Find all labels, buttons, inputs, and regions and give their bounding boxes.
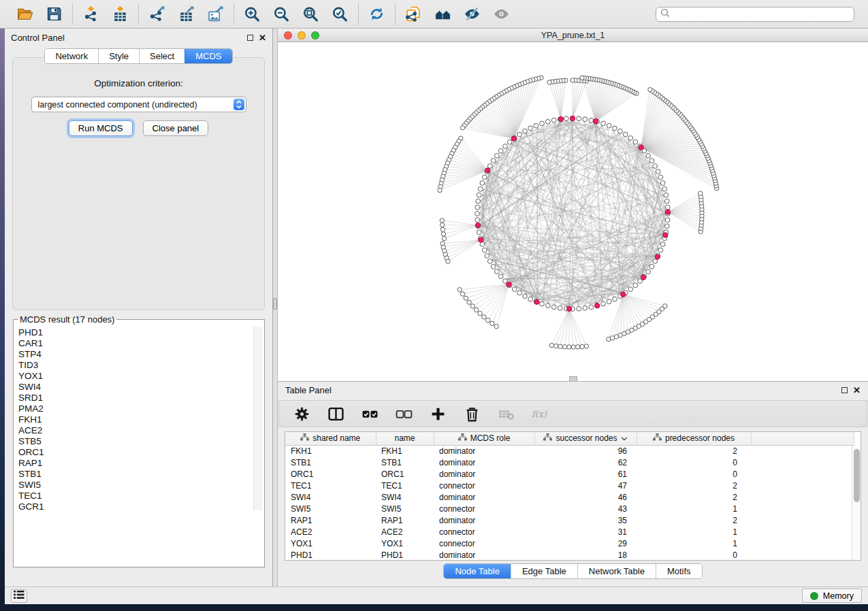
mcds-result-item[interactable]: FKH1 <box>18 414 264 425</box>
search-input[interactable] <box>673 10 850 19</box>
cell-successor-nodes[interactable]: 46 <box>534 491 637 503</box>
cell-shared-name[interactable]: SWI5 <box>285 503 376 514</box>
mcds-result-item[interactable]: RAP1 <box>18 458 264 469</box>
network-window-titlebar[interactable]: YPA_prune.txt_1 <box>278 29 868 42</box>
tab-node-table[interactable]: Node Table <box>444 564 511 578</box>
cell-[interactable] <box>751 538 854 549</box>
cell-shared-name[interactable]: SWI4 <box>285 491 376 503</box>
cell-predecessor-nodes[interactable]: 1 <box>637 503 751 514</box>
cell-MCDS-role[interactable]: connector <box>434 480 534 491</box>
cell-predecessor-nodes[interactable]: 2 <box>637 491 751 503</box>
cell-predecessor-nodes[interactable]: 0 <box>637 549 751 561</box>
table-row[interactable]: TEC1TEC1connector472 <box>285 480 854 491</box>
table-row[interactable]: RAP1RAP1dominator352 <box>285 514 854 526</box>
zoom-in-icon[interactable] <box>243 5 261 23</box>
cell-name[interactable]: STB1 <box>376 457 434 468</box>
cell-name[interactable]: ACE2 <box>376 526 434 538</box>
column-header-successor-nodes[interactable]: successor nodes <box>534 432 637 445</box>
cell-[interactable] <box>751 503 854 514</box>
hide-selected-icon[interactable] <box>463 5 481 23</box>
columns-icon[interactable] <box>327 405 344 423</box>
table-scrollbar-thumb[interactable] <box>854 449 860 502</box>
column-header-shared-name[interactable]: shared name <box>285 432 376 445</box>
cell-[interactable] <box>751 457 854 468</box>
cell-shared-name[interactable]: RAP1 <box>285 514 376 526</box>
cell-[interactable] <box>751 514 854 526</box>
mcds-result-item[interactable]: YOX1 <box>18 371 264 382</box>
select-all-icon[interactable] <box>361 405 379 423</box>
add-icon[interactable] <box>429 405 447 423</box>
close-table-panel-button[interactable]: ✕ <box>853 387 861 393</box>
cell-MCDS-role[interactable]: connector <box>434 503 534 514</box>
table-row[interactable]: FKH1FKH1dominator962 <box>285 445 854 457</box>
cell-successor-nodes[interactable]: 35 <box>534 514 637 526</box>
cell-MCDS-role[interactable]: connector <box>434 538 534 549</box>
cell-predecessor-nodes[interactable]: 1 <box>637 526 751 538</box>
tab-select[interactable]: Select <box>139 49 184 63</box>
cell-MCDS-role[interactable]: dominator <box>434 514 534 526</box>
cell-[interactable] <box>751 491 854 503</box>
tab-network-table[interactable]: Network Table <box>577 564 656 578</box>
cell-MCDS-role[interactable]: dominator <box>434 491 534 503</box>
cell-MCDS-role[interactable]: dominator <box>434 549 534 561</box>
cell-name[interactable]: ORC1 <box>376 468 434 480</box>
maximize-window-button[interactable] <box>311 31 319 39</box>
cell-successor-nodes[interactable]: 96 <box>534 445 637 457</box>
cell-MCDS-role[interactable]: connector <box>434 526 534 538</box>
import-network-icon[interactable] <box>82 5 100 23</box>
cell-predecessor-nodes[interactable]: 0 <box>637 468 751 480</box>
delete-icon[interactable] <box>463 405 481 423</box>
mcds-list-scrollbar[interactable] <box>253 327 262 510</box>
cell-predecessor-nodes[interactable]: 2 <box>637 514 751 526</box>
zoom-fit-icon[interactable] <box>302 5 320 23</box>
cell-MCDS-role[interactable]: dominator <box>434 457 534 468</box>
cell-shared-name[interactable]: ORC1 <box>285 468 376 480</box>
export-table-icon[interactable] <box>177 5 195 23</box>
mcds-result-item[interactable]: CAR1 <box>18 338 264 349</box>
search-field[interactable] <box>656 7 854 22</box>
cell-MCDS-role[interactable]: dominator <box>434 468 534 480</box>
mcds-result-item[interactable]: STP4 <box>18 349 264 360</box>
cell-[interactable] <box>751 526 854 538</box>
open-file-icon[interactable] <box>16 5 34 23</box>
table-row[interactable]: STB1STB1dominator620 <box>285 457 854 468</box>
memory-button[interactable]: Memory <box>802 589 862 603</box>
column-header-name[interactable]: name <box>376 432 434 445</box>
import-table-icon[interactable] <box>111 5 129 23</box>
table-row[interactable]: ACE2ACE2connector311 <box>285 526 854 538</box>
close-panel-button-2[interactable]: Close panel <box>143 120 209 136</box>
tab-motifs[interactable]: Motifs <box>656 564 702 578</box>
close-panel-button[interactable]: ✕ <box>259 35 266 41</box>
cell-name[interactable]: PHD1 <box>376 549 434 561</box>
mcds-result-item[interactable]: TID3 <box>18 360 264 371</box>
network-view[interactable] <box>278 42 868 381</box>
cell-shared-name[interactable]: ACE2 <box>285 526 376 538</box>
mcds-result-item[interactable]: ORC1 <box>18 447 264 458</box>
save-icon[interactable] <box>45 5 63 23</box>
float-table-panel-button[interactable] <box>841 387 848 393</box>
cell-successor-nodes[interactable]: 62 <box>534 457 637 468</box>
sort-indicator-icon[interactable] <box>621 433 628 443</box>
table-row[interactable]: ORC1ORC1dominator610 <box>285 468 854 480</box>
cell-name[interactable]: SWI5 <box>376 503 434 514</box>
horizontal-splitter-handle[interactable] <box>569 376 577 381</box>
cell-successor-nodes[interactable]: 43 <box>534 503 637 514</box>
mcds-result-item[interactable]: SWI5 <box>18 480 264 491</box>
cell-name[interactable]: RAP1 <box>376 514 434 526</box>
run-mcds-button[interactable]: Run MCDS <box>69 120 133 136</box>
task-history-button[interactable] <box>11 589 27 603</box>
cell-successor-nodes[interactable]: 29 <box>534 538 637 549</box>
mcds-result-list[interactable]: PHD1CAR1STP4TID3YOX1SWI4SRD1PMA2FKH1ACE2… <box>14 326 264 512</box>
refresh-icon[interactable] <box>368 5 386 23</box>
table-row[interactable]: YOX1YOX1connector291 <box>285 538 854 549</box>
table-row[interactable]: PHD1PHD1dominator180 <box>285 549 854 561</box>
cell-shared-name[interactable]: TEC1 <box>285 480 376 491</box>
cell-shared-name[interactable]: PHD1 <box>285 549 376 561</box>
zoom-out-icon[interactable] <box>272 5 291 23</box>
deselect-all-icon[interactable] <box>395 405 413 423</box>
cell-successor-nodes[interactable]: 31 <box>534 526 637 538</box>
mcds-result-item[interactable]: TEC1 <box>18 491 264 501</box>
cell-predecessor-nodes[interactable]: 2 <box>637 445 751 457</box>
mcds-result-item[interactable]: STB1 <box>18 469 264 480</box>
cell-predecessor-nodes[interactable]: 1 <box>637 538 751 549</box>
